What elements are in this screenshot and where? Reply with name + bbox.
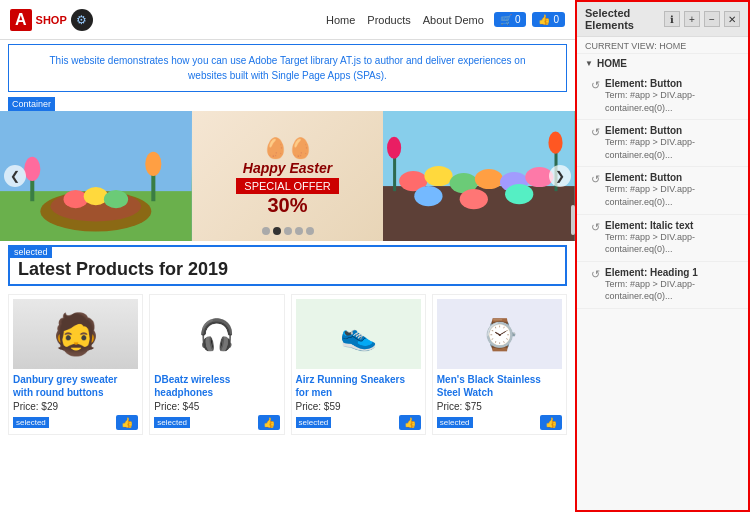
panel-item-title-4: Element: Heading 1 <box>605 267 740 278</box>
svg-point-23 <box>387 137 401 159</box>
panel-close-button[interactable]: ✕ <box>724 11 740 27</box>
panel-item-2[interactable]: ↺ Element: Button Term: #app > DIV.app-c… <box>577 167 748 214</box>
panel-item-icon-3: ↺ <box>591 221 600 234</box>
product-add-button-2[interactable]: 👍 <box>258 415 280 430</box>
panel-item-content-1: Element: Button Term: #app > DIV.app-con… <box>605 125 740 161</box>
panel-item-title-1: Element: Button <box>605 125 740 136</box>
svg-point-21 <box>505 184 533 204</box>
svg-point-16 <box>475 169 503 189</box>
cart-button[interactable]: 🛒 0 <box>494 12 527 27</box>
product-footer-2: selected 👍 <box>154 415 279 430</box>
product-price-4: Price: $75 <box>437 401 562 412</box>
logo: A SHOP ⚙ <box>10 9 93 31</box>
product-card-2: 🎧 DBeatz wireless headphones Price: $45 … <box>149 294 284 435</box>
product-price-2: Price: $45 <box>154 401 279 412</box>
carousel-next-button[interactable]: ❯ <box>549 165 571 187</box>
nav-about[interactable]: About Demo <box>423 14 484 26</box>
scroll-handle[interactable] <box>571 205 575 235</box>
product-price-3: Price: $59 <box>296 401 421 412</box>
panel-add-button[interactable]: + <box>684 11 700 27</box>
svg-point-8 <box>24 157 40 181</box>
carousel-slide-2: 🥚🥚 Happy Easter SPECIAL OFFER 30% <box>192 111 384 241</box>
svg-point-6 <box>104 190 128 208</box>
svg-point-5 <box>84 187 108 205</box>
panel-item-0[interactable]: ↺ Element: Button Term: #app > DIV.app-c… <box>577 73 748 120</box>
current-view-text: CURRENT VIEW: HOME <box>585 41 686 51</box>
container-badge: Container <box>8 97 55 111</box>
products-selected-badge: selected <box>10 246 52 258</box>
products-title: Latest Products for 2019 <box>18 259 557 280</box>
carousel-dot-3[interactable] <box>284 227 292 235</box>
panel-item-3[interactable]: ↺ Element: Italic text Term: #app > DIV.… <box>577 215 748 262</box>
right-panel: Selected Elements ℹ + − ✕ CURRENT VIEW: … <box>575 0 750 512</box>
panel-item-1[interactable]: ↺ Element: Button Term: #app > DIV.app-c… <box>577 120 748 167</box>
carousel: 🥚🥚 Happy Easter SPECIAL OFFER 30% <box>0 111 575 241</box>
svg-point-10 <box>145 152 161 176</box>
product-add-button-3[interactable]: 👍 <box>399 415 421 430</box>
product-add-button-1[interactable]: 👍 <box>116 415 138 430</box>
panel-item-icon-0: ↺ <box>591 79 600 92</box>
panel-item-icon-2: ↺ <box>591 173 600 186</box>
products-header: selected Latest Products for 2019 <box>8 245 567 286</box>
product-name-3: Airz Running Sneakers for men <box>296 373 421 399</box>
product-selected-badge-1: selected <box>13 417 49 428</box>
carousel-dot-4[interactable] <box>295 227 303 235</box>
product-price-1: Price: $29 <box>13 401 138 412</box>
product-footer-1: selected 👍 <box>13 415 138 430</box>
product-image-1: 🧔 <box>13 299 138 369</box>
panel-item-content-3: Element: Italic text Term: #app > DIV.ap… <box>605 220 740 256</box>
svg-point-19 <box>415 186 443 206</box>
nav-home[interactable]: Home <box>326 14 355 26</box>
nav-products[interactable]: Products <box>367 14 410 26</box>
panel-minimize-button[interactable]: − <box>704 11 720 27</box>
carousel-dot-5[interactable] <box>306 227 314 235</box>
nav-links: Home Products About Demo <box>326 14 484 26</box>
product-footer-3: selected 👍 <box>296 415 421 430</box>
panel-item-4[interactable]: ↺ Element: Heading 1 Term: #app > DIV.ap… <box>577 262 748 309</box>
product-selected-badge-3: selected <box>296 417 332 428</box>
product-card-4: ⌚ Men's Black Stainless Steel Watch Pric… <box>432 294 567 435</box>
info-banner-text: This website demonstrates how you can us… <box>49 55 525 81</box>
carousel-dots <box>262 227 314 235</box>
easter-offer: SPECIAL OFFER <box>236 178 338 194</box>
like-count: 0 <box>553 14 559 25</box>
panel-item-content-2: Element: Button Term: #app > DIV.app-con… <box>605 172 740 208</box>
product-selected-badge-2: selected <box>154 417 190 428</box>
product-name-4: Men's Black Stainless Steel Watch <box>437 373 562 399</box>
product-grid: 🧔 Danbury grey sweater with round button… <box>0 290 575 439</box>
logo-shop-text: SHOP <box>36 14 67 26</box>
panel-item-sub-4: Term: #app > DIV.app-container.eq(0)... <box>605 278 740 303</box>
info-banner: This website demonstrates how you can us… <box>8 44 567 92</box>
product-name-1: Danbury grey sweater with round buttons <box>13 373 138 399</box>
carousel-prev-button[interactable]: ❮ <box>4 165 26 187</box>
panel-section-label: HOME <box>597 58 627 69</box>
panel-item-title-2: Element: Button <box>605 172 740 183</box>
panel-item-icon-4: ↺ <box>591 268 600 281</box>
like-button[interactable]: 👍 0 <box>532 12 565 27</box>
panel-item-sub-1: Term: #app > DIV.app-container.eq(0)... <box>605 136 740 161</box>
product-card-3: 👟 Airz Running Sneakers for men Price: $… <box>291 294 426 435</box>
product-image-2: 🎧 <box>154 299 279 369</box>
panel-item-sub-2: Term: #app > DIV.app-container.eq(0)... <box>605 183 740 208</box>
panel-header: Selected Elements ℹ + − ✕ <box>577 2 748 37</box>
svg-point-20 <box>460 189 488 209</box>
panel-item-title-0: Element: Button <box>605 78 740 89</box>
current-view-label: CURRENT VIEW: HOME <box>577 37 748 54</box>
panel-item-icon-1: ↺ <box>591 126 600 139</box>
product-selected-badge-4: selected <box>437 417 473 428</box>
svg-point-4 <box>64 190 88 208</box>
product-add-button-4[interactable]: 👍 <box>540 415 562 430</box>
carousel-slide-1 <box>0 111 192 241</box>
panel-info-button[interactable]: ℹ <box>664 11 680 27</box>
product-footer-4: selected 👍 <box>437 415 562 430</box>
panel-item-sub-3: Term: #app > DIV.app-container.eq(0)... <box>605 231 740 256</box>
carousel-slide-3 <box>383 111 575 241</box>
easter-percent: 30% <box>236 194 338 217</box>
main-content: A SHOP ⚙ Home Products About Demo 🛒 0 👍 … <box>0 0 575 512</box>
svg-point-25 <box>549 132 563 154</box>
carousel-dot-1[interactable] <box>262 227 270 235</box>
panel-item-content-0: Element: Button Term: #app > DIV.app-con… <box>605 78 740 114</box>
panel-section-header[interactable]: ▼ HOME <box>577 54 748 73</box>
carousel-dot-2[interactable] <box>273 227 281 235</box>
cart-count: 0 <box>515 14 521 25</box>
